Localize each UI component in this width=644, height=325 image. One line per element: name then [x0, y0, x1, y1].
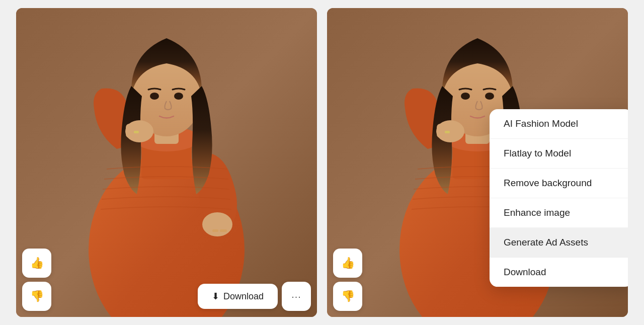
thumbup-icon: 👍	[30, 257, 44, 270]
main-container: 👍 👎 ⬇ Download ···	[0, 0, 644, 325]
left-thumbup-button[interactable]: 👍	[22, 249, 51, 278]
svg-rect-25	[444, 122, 451, 138]
menu-item-flatlay-to-model[interactable]: Flatlay to Model	[490, 139, 628, 169]
svg-rect-10	[133, 122, 140, 138]
thumbdown-icon: 👎	[30, 290, 44, 303]
svg-point-22	[485, 93, 494, 100]
right-thumb-buttons: 👍 👎	[333, 249, 362, 311]
menu-item-label: Flatlay to Model	[504, 148, 571, 158]
svg-rect-24	[437, 124, 444, 138]
menu-item-download[interactable]: Download	[490, 258, 628, 287]
menu-item-label: Download	[504, 267, 546, 277]
svg-rect-26	[445, 131, 450, 133]
thumbdown-icon: 👎	[341, 290, 355, 303]
svg-rect-13	[212, 229, 218, 232]
left-more-button[interactable]: ···	[282, 282, 311, 311]
svg-point-12	[202, 212, 232, 236]
left-thumb-buttons: 👍 👎	[22, 249, 51, 311]
more-icon: ···	[291, 291, 301, 302]
menu-item-label: Enhance image	[504, 207, 570, 218]
left-download-button[interactable]: ⬇ Download	[198, 284, 278, 309]
download-icon: ⬇	[212, 291, 219, 302]
menu-item-ai-fashion-model[interactable]: AI Fashion Model	[490, 109, 628, 139]
svg-rect-14	[220, 229, 227, 232]
svg-point-7	[174, 93, 183, 100]
download-label: Download	[223, 291, 264, 302]
svg-point-6	[150, 93, 159, 100]
right-thumbdown-button[interactable]: 👎	[333, 282, 362, 311]
thumbup-icon: 👍	[341, 257, 355, 270]
menu-item-label: Generate Ad Assets	[504, 237, 588, 248]
menu-item-remove-background[interactable]: Remove background	[490, 169, 628, 198]
svg-rect-11	[134, 131, 139, 133]
left-card-controls: 👍 👎 ⬇ Download ···	[22, 249, 311, 311]
context-menu: AI Fashion Model Flatlay to Model Remove…	[490, 109, 628, 287]
left-download-row: ⬇ Download ···	[198, 282, 311, 311]
menu-item-label: AI Fashion Model	[504, 118, 578, 129]
right-image-card: AI Fashion Model Flatlay to Model Remove…	[327, 8, 628, 317]
menu-item-enhance-image[interactable]: Enhance image	[490, 198, 628, 228]
svg-point-21	[461, 93, 470, 100]
svg-rect-9	[126, 124, 133, 138]
left-image-card: 👍 👎 ⬇ Download ···	[16, 8, 317, 317]
left-thumbdown-button[interactable]: 👎	[22, 282, 51, 311]
menu-item-label: Remove background	[504, 178, 592, 188]
menu-item-generate-ad-assets[interactable]: Generate Ad Assets	[490, 228, 628, 258]
right-thumbup-button[interactable]: 👍	[333, 249, 362, 278]
